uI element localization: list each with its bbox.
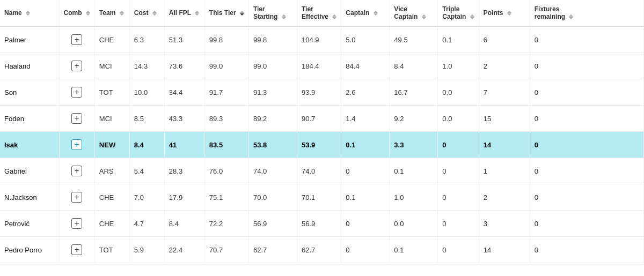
col-captain[interactable]: Captain xyxy=(341,0,390,26)
cell-name: Haaland xyxy=(0,53,59,79)
col-captain-label: Captain xyxy=(346,9,369,17)
cell-tier-effective: 184.4 xyxy=(297,53,341,79)
cell-comb: + xyxy=(59,79,94,106)
cell-name: Pedro Porro xyxy=(0,237,59,263)
cell-points: 15 xyxy=(479,106,530,132)
cell-all-fpl: 17.9 xyxy=(164,184,204,211)
table-row: Haaland+MCI14.373.699.099.0184.484.48.41… xyxy=(0,53,644,79)
header-row: Name Comb Team Cost All FPL This Tier xyxy=(0,0,644,26)
cell-name: N.Jackson xyxy=(0,184,59,211)
col-vice-captain-label: ViceCaptain xyxy=(394,5,418,20)
cell-comb: + xyxy=(59,184,94,211)
cell-all-fpl: 34.4 xyxy=(164,79,204,106)
cell-team: TOT xyxy=(94,79,129,106)
cell-team: ARS xyxy=(94,158,129,184)
cell-cost: 4.7 xyxy=(129,211,164,237)
col-name-label: Name xyxy=(4,9,22,17)
cell-captain: 0.1 xyxy=(341,184,390,211)
sort-icon-all-fpl xyxy=(195,11,199,16)
table-row: Palmer+CHE6.351.399.899.8104.95.049.50.1… xyxy=(0,26,644,53)
cell-captain: 1.4 xyxy=(341,106,390,132)
add-player-button[interactable]: + xyxy=(71,34,82,45)
col-cost-label: Cost xyxy=(134,9,149,17)
add-player-button[interactable]: + xyxy=(71,87,82,98)
table-row: N.Jackson+CHE7.017.975.170.070.10.11.002… xyxy=(0,184,644,211)
cell-triple-captain: 0.0 xyxy=(438,79,479,106)
cell-this-tier: 76.0 xyxy=(204,158,248,184)
sort-icon-points xyxy=(507,11,511,16)
add-player-button[interactable]: + xyxy=(71,218,82,229)
table-row: Petrović+CHE4.78.472.256.956.900.0030 xyxy=(0,211,644,237)
col-tier-effective-label: TierEffective xyxy=(302,5,328,20)
cell-this-tier: 91.7 xyxy=(204,79,248,106)
col-name[interactable]: Name xyxy=(0,0,59,26)
cell-all-fpl: 73.6 xyxy=(164,53,204,79)
cell-cost: 7.0 xyxy=(129,184,164,211)
cell-points: 6 xyxy=(479,26,530,53)
add-player-button[interactable]: + xyxy=(71,113,82,124)
cell-this-tier: 99.8 xyxy=(204,26,248,53)
col-tier-starting[interactable]: TierStarting xyxy=(248,0,297,26)
cell-vice-captain: 1.0 xyxy=(390,184,438,211)
col-cost[interactable]: Cost xyxy=(129,0,164,26)
cell-triple-captain: 0.1 xyxy=(438,26,479,53)
cell-fixtures-remaining: 0 xyxy=(530,53,643,79)
col-points-label: Points xyxy=(484,9,503,17)
col-all-fpl-label: All FPL xyxy=(169,9,191,17)
main-table: Name Comb Team Cost All FPL This Tier xyxy=(0,0,644,263)
cell-vice-captain: 0.0 xyxy=(390,211,438,237)
cell-comb: + xyxy=(59,106,94,132)
col-all-fpl[interactable]: All FPL xyxy=(164,0,204,26)
cell-this-tier: 99.0 xyxy=(204,53,248,79)
cell-name: Gabriel xyxy=(0,158,59,184)
cell-vice-captain: 0.1 xyxy=(390,237,438,263)
sort-icon-comb xyxy=(86,11,90,16)
col-triple-captain[interactable]: TripleCaptain xyxy=(438,0,479,26)
cell-tier-effective: 74.0 xyxy=(297,158,341,184)
cell-captain: 0.1 xyxy=(341,132,390,158)
cell-team: MCI xyxy=(94,53,129,79)
cell-points: 14 xyxy=(479,132,530,158)
cell-captain: 0 xyxy=(341,211,390,237)
cell-tier-effective: 70.1 xyxy=(297,184,341,211)
cell-tier-effective: 53.9 xyxy=(297,132,341,158)
cell-this-tier: 75.1 xyxy=(204,184,248,211)
cell-comb: + xyxy=(59,158,94,184)
col-team[interactable]: Team xyxy=(94,0,129,26)
col-tier-effective[interactable]: TierEffective xyxy=(297,0,341,26)
cell-tier-starting: 53.8 xyxy=(248,132,297,158)
cell-fixtures-remaining: 0 xyxy=(530,132,643,158)
cell-tier-starting: 99.0 xyxy=(248,53,297,79)
col-vice-captain[interactable]: ViceCaptain xyxy=(390,0,438,26)
add-player-button[interactable]: + xyxy=(71,244,82,255)
cell-points: 3 xyxy=(479,211,530,237)
sort-icon-tier-effective xyxy=(332,14,336,19)
table-row: Foden+MCI8.543.389.389.290.71.49.20.0150 xyxy=(0,106,644,132)
cell-tier-effective: 56.9 xyxy=(297,211,341,237)
sort-icon-tier-starting xyxy=(282,14,286,19)
col-points[interactable]: Points xyxy=(479,0,530,26)
cell-vice-captain: 3.3 xyxy=(390,132,438,158)
table-row: Gabriel+ARS5.428.376.074.074.000.1010 xyxy=(0,158,644,184)
cell-this-tier: 72.2 xyxy=(204,211,248,237)
add-player-button[interactable]: + xyxy=(71,61,82,71)
cell-tier-effective: 62.7 xyxy=(297,237,341,263)
table-row: Son+TOT10.034.491.791.393.92.616.70.070 xyxy=(0,79,644,106)
cell-fixtures-remaining: 0 xyxy=(530,237,643,263)
cell-comb: + xyxy=(59,26,94,53)
add-player-button[interactable]: + xyxy=(71,166,82,176)
cell-team: TOT xyxy=(94,237,129,263)
cell-all-fpl: 8.4 xyxy=(164,211,204,237)
sort-icon-cost xyxy=(152,11,157,16)
col-comb[interactable]: Comb xyxy=(59,0,94,26)
add-player-button[interactable]: + xyxy=(71,192,82,203)
cell-fixtures-remaining: 0 xyxy=(530,106,643,132)
cell-comb: + xyxy=(59,237,94,263)
cell-points: 2 xyxy=(479,184,530,211)
add-player-button[interactable]: + xyxy=(71,139,82,150)
table-body: Palmer+CHE6.351.399.899.8104.95.049.50.1… xyxy=(0,26,644,263)
cell-cost: 6.3 xyxy=(129,26,164,53)
col-fixtures-remaining[interactable]: Fixturesremaining xyxy=(530,0,643,26)
cell-name: Petrović xyxy=(0,211,59,237)
col-this-tier[interactable]: This Tier xyxy=(204,0,248,26)
